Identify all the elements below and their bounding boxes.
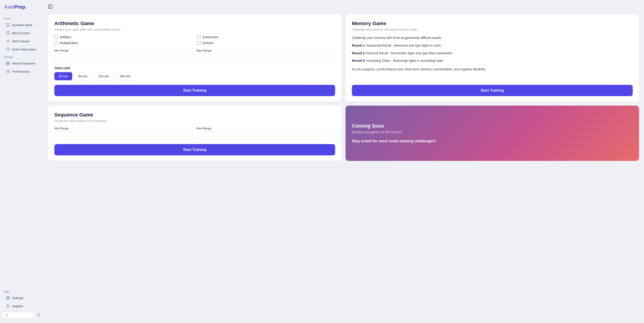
- time-btn-30[interactable]: 30 sec: [54, 72, 72, 80]
- help-section-label: Help: [0, 288, 43, 294]
- arithmetic-range-row: Min Range Max Range: [54, 49, 335, 62]
- coming-soon-title: Coming Soon: [352, 123, 633, 129]
- coming-soon-body: Stay tuned for more brain-teasing challe…: [352, 139, 633, 143]
- logo-prep: Prep: [14, 4, 25, 10]
- memory-game-card: Memory Game Challenge your memory with t…: [346, 14, 639, 102]
- arithmetic-card-subtitle: Practice your math skills with customiza…: [54, 28, 335, 31]
- division-label: Division: [202, 41, 214, 45]
- subtraction-checkbox-label[interactable]: Subtraction: [197, 35, 335, 39]
- arithmetic-min-range-field: Min Range: [54, 49, 193, 62]
- multiplication-checkbox[interactable]: [54, 41, 58, 45]
- sidebar-item-support[interactable]: Support: [2, 302, 41, 310]
- logo-dot: .: [25, 4, 26, 10]
- memory-round1: Round 1: Sequential Recall - Memorize an…: [352, 43, 633, 48]
- svg-rect-8: [8, 62, 9, 63]
- sequence-range-row: Min Range Max Range: [54, 127, 335, 140]
- time-btn-60[interactable]: 60 sec: [74, 72, 92, 80]
- sidebar-footer: ii ⇅: [0, 310, 43, 320]
- sidebar-item-performance[interactable]: Performance: [2, 68, 41, 75]
- sidebar-item-label: Performance: [12, 70, 30, 73]
- multiplication-label: Multiplication: [60, 41, 78, 45]
- svg-rect-14: [49, 5, 52, 8]
- sidebar: AsetPrep. Learn Question Bank Mock Exams…: [0, 0, 43, 323]
- time-buttons: 30 sec 60 sec 120 sec 240 sec: [54, 72, 335, 80]
- memory-start-training-button[interactable]: Start Training: [352, 85, 633, 96]
- monitor-icon: [6, 31, 10, 35]
- arithmetic-max-range-input[interactable]: [196, 54, 335, 62]
- user-icon: [6, 304, 10, 308]
- arithmetic-card-title: Arithmetic Game: [54, 20, 335, 26]
- logo: AsetPrep.: [0, 4, 43, 15]
- addition-checkbox-label[interactable]: Addition: [54, 35, 192, 39]
- sidebar-item-label: Settings: [12, 296, 23, 300]
- sidebar-item-recent-sessions[interactable]: Recent Sessions: [2, 59, 41, 67]
- division-checkbox-label[interactable]: Division: [197, 41, 335, 45]
- book-icon: [6, 23, 10, 27]
- footer-tag: ii: [3, 312, 35, 318]
- svg-rect-9: [8, 63, 9, 65]
- memory-intro: Challenge your memory with three progres…: [352, 35, 633, 41]
- topbar: [48, 4, 639, 10]
- sequence-max-range-label: Max Range: [196, 127, 335, 130]
- sidebar-item-label: Support: [12, 305, 23, 308]
- logo-aset: Aset: [4, 4, 14, 10]
- max-range-label: Max Range: [196, 49, 335, 52]
- division-checkbox[interactable]: [197, 41, 201, 45]
- arithmetic-max-range-field: Max Range: [196, 49, 335, 62]
- multiplication-checkbox-label[interactable]: Multiplication: [54, 41, 192, 45]
- svg-point-12: [8, 298, 8, 298]
- sidebar-item-label: Question Bank: [12, 23, 32, 27]
- sequence-card-subtitle: Predict the next number in the sequence: [54, 119, 335, 123]
- memory-card-title: Memory Game: [352, 20, 633, 26]
- brain-icon: [6, 39, 10, 43]
- time-btn-120[interactable]: 120 sec: [94, 72, 114, 80]
- sidebar-item-mock-exams[interactable]: Mock Exams: [2, 29, 41, 37]
- addition-checkbox[interactable]: [54, 35, 58, 39]
- sequence-min-range-input[interactable]: [54, 131, 193, 140]
- sidebar-item-skill-trainers[interactable]: Skill Trainers: [2, 37, 41, 45]
- memory-card-subtitle: Challenge your memory with three excitin…: [352, 28, 633, 31]
- svg-rect-7: [6, 62, 8, 63]
- info-icon: [6, 47, 10, 51]
- sequence-min-range-field: Min Range: [54, 127, 193, 140]
- addition-label: Addition: [60, 35, 71, 39]
- memory-body: Challenge your memory with three progres…: [352, 35, 633, 74]
- sequence-max-range-field: Max Range: [196, 127, 335, 140]
- sidebar-item-exam-information[interactable]: Exam Information: [2, 45, 41, 53]
- arithmetic-checkboxes: Addition Subtraction Multiplication Divi…: [54, 35, 335, 45]
- svg-rect-0: [6, 32, 9, 34]
- sidebar-item-label: Exam Information: [12, 48, 36, 51]
- arithmetic-min-range-input[interactable]: [54, 54, 193, 62]
- sidebar-item-label: Skill Trainers: [12, 39, 30, 43]
- time-limit-label: Time Limit: [54, 66, 335, 70]
- min-range-label: Min Range: [54, 49, 193, 52]
- memory-outro: As you progress, you'll enhance your sho…: [352, 67, 633, 72]
- coming-soon-subtitle: Exciting new games on the horizon!: [352, 130, 633, 134]
- subtraction-checkbox[interactable]: [197, 35, 201, 39]
- footer-arrows-icon[interactable]: ⇅: [37, 313, 40, 317]
- svg-point-13: [7, 305, 8, 306]
- arithmetic-game-card: Arithmetic Game Practice your math skill…: [48, 14, 342, 102]
- sequence-start-training-button[interactable]: Start Training: [54, 144, 335, 155]
- main-content: Arithmetic Game Practice your math skill…: [43, 0, 644, 323]
- sidebar-item-label: Mock Exams: [12, 31, 30, 35]
- subtraction-label: Subtraction: [202, 35, 218, 39]
- sequence-card-title: Sequence Game: [54, 112, 335, 118]
- arithmetic-start-training-button[interactable]: Start Training: [54, 85, 335, 96]
- sequence-game-card: Sequence Game Predict the next number in…: [48, 106, 342, 161]
- sidebar-item-label: Recent Sessions: [12, 62, 35, 65]
- clock-icon: [6, 69, 10, 73]
- sequence-max-range-input[interactable]: [196, 131, 335, 140]
- svg-point-3: [8, 41, 8, 42]
- coming-soon-card: Coming Soon Exciting new games on the ho…: [346, 106, 639, 161]
- sidebar-item-settings[interactable]: Settings: [2, 294, 41, 302]
- memory-round3: Round 3: Increasing Order - Rearrange di…: [352, 58, 633, 63]
- grid-icon: [6, 61, 10, 65]
- sidebar-toggle-button[interactable]: [48, 4, 53, 10]
- sidebar-item-question-bank[interactable]: Question Bank: [2, 21, 41, 29]
- svg-rect-10: [6, 63, 8, 65]
- learn-section-label: Learn: [0, 15, 43, 21]
- review-section-label: Review: [0, 53, 43, 59]
- time-btn-240[interactable]: 240 sec: [116, 72, 135, 80]
- sequence-min-range-label: Min Range: [54, 127, 193, 130]
